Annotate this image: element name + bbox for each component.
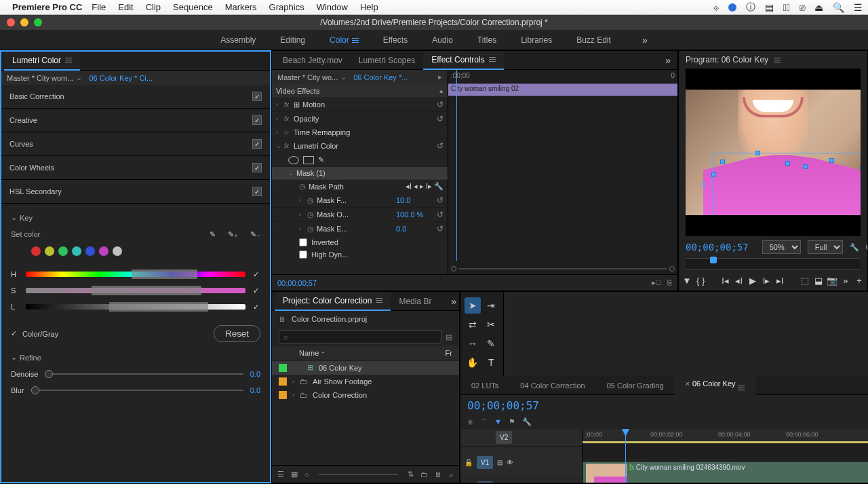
ec-motion[interactable]: ›fx⊞Motion↺ bbox=[272, 98, 448, 112]
ec-inverted-checkbox[interactable]: Inverted bbox=[272, 236, 448, 248]
menu-sequence[interactable]: Sequence bbox=[173, 2, 213, 12]
lum-clip[interactable]: 06 Color Key * Ci... bbox=[89, 74, 153, 82]
new-bin-icon[interactable]: 🗀 bbox=[420, 470, 428, 479]
section-checkbox[interactable]: ✓ bbox=[252, 187, 262, 196]
ec-mask-path[interactable]: ◷Mask Path ◂I ◂ ▸ I▸ 🔧 bbox=[272, 180, 448, 193]
timeline-settings-icon[interactable]: ⚑ bbox=[509, 417, 515, 428]
label-color[interactable] bbox=[279, 377, 287, 386]
reset-icon[interactable]: ↺ bbox=[437, 210, 443, 219]
selection-tool[interactable]: ➤ bbox=[465, 297, 481, 314]
swatch-magenta[interactable] bbox=[99, 246, 108, 256]
program-monitor-view[interactable] bbox=[686, 69, 861, 236]
track-header-v2[interactable]: V2 bbox=[460, 429, 582, 447]
saturation-slider[interactable]: S ✓ bbox=[11, 286, 260, 295]
lock-icon[interactable]: 🔓 bbox=[465, 459, 473, 466]
col-name[interactable]: Name ⌃ bbox=[279, 349, 446, 357]
window-minimize-button[interactable] bbox=[20, 18, 28, 26]
track-header-v1[interactable]: 🔓 V1 ⊟ 👁 bbox=[460, 447, 582, 479]
lift-button[interactable]: ⬚ bbox=[800, 273, 810, 288]
ec-timeline-clip[interactable]: City woman smiling 02 bbox=[448, 83, 677, 96]
swatch-yellow[interactable] bbox=[45, 246, 54, 256]
ec-zoom-in[interactable] bbox=[669, 266, 675, 272]
ec-lumetri-color[interactable]: ⌄fxLumetri Color↺ bbox=[272, 139, 448, 153]
extract-button[interactable]: ⬓ bbox=[813, 273, 824, 288]
add-marker-icon[interactable]: ▼ bbox=[494, 417, 502, 428]
program-scrubber[interactable] bbox=[686, 258, 861, 270]
spotlight-icon[interactable]: 🔍 bbox=[833, 2, 844, 13]
mask-rect-button[interactable] bbox=[303, 156, 314, 164]
dropbox-icon[interactable]: ⟐ bbox=[713, 2, 719, 13]
airplay-icon[interactable]: ⎚ bbox=[800, 2, 805, 13]
timeline-tab-02[interactable]: 02 LUTs bbox=[460, 377, 509, 394]
track-back-icon[interactable]: ◂I bbox=[406, 182, 412, 191]
sort-icon[interactable]: ⇅ bbox=[408, 470, 414, 479]
swatch-red[interactable] bbox=[31, 246, 41, 256]
ripple-edit-tool[interactable]: ⇄ bbox=[465, 316, 481, 333]
project-search-input[interactable] bbox=[279, 330, 441, 343]
ec-timecode[interactable]: 00;00;00;57 bbox=[277, 279, 317, 287]
timeline-content[interactable]: ;00;00 00;00;02;00 00;00;04;00 00;00;06;… bbox=[583, 429, 868, 483]
slip-tool[interactable]: ↔ bbox=[465, 335, 481, 352]
program-timecode-left[interactable]: 00;00;00;57 bbox=[686, 242, 749, 253]
ec-time-remapping[interactable]: ›fxTime Remapping bbox=[272, 126, 448, 139]
play-button[interactable]: ▶ bbox=[747, 273, 758, 288]
lum-curves[interactable]: Curves✓ bbox=[1, 132, 270, 156]
lum-basic-correction[interactable]: Basic Correction✓ bbox=[1, 85, 270, 109]
tab-effect-controls[interactable]: Effect Controls bbox=[423, 51, 503, 70]
type-tool[interactable]: T bbox=[484, 354, 500, 371]
menu-graphics[interactable]: Graphics bbox=[269, 2, 304, 12]
ec-mask-1[interactable]: ⌄Mask (1) bbox=[272, 167, 448, 180]
track-wrench-icon[interactable]: 🔧 bbox=[434, 182, 443, 191]
project-item-sequence[interactable]: ⊞ 06 Color Key bbox=[272, 360, 459, 375]
swatch-green[interactable] bbox=[58, 246, 68, 256]
tab-lumetri-scopes[interactable]: Lumetri Scopes bbox=[351, 52, 423, 69]
hand-tool[interactable]: ✋ bbox=[465, 354, 481, 371]
ec-toggle-icon[interactable]: ▸□ bbox=[652, 278, 660, 287]
section-checkbox[interactable]: ✓ bbox=[252, 139, 262, 149]
workspace-titles[interactable]: Titles bbox=[477, 35, 496, 45]
swatch-white[interactable] bbox=[113, 246, 122, 256]
lum-enable-check[interactable]: ✓ bbox=[251, 302, 260, 312]
ec-high-dyn-checkbox[interactable]: High Dyn... bbox=[272, 248, 448, 261]
freeform-view-icon[interactable]: ○ bbox=[304, 470, 309, 479]
denoise-slider[interactable]: Denoise 0.0 bbox=[11, 366, 260, 382]
refine-header[interactable]: ⌄Refine bbox=[11, 353, 260, 362]
label-color[interactable] bbox=[279, 391, 287, 399]
tab-beach-jetty[interactable]: Beach Jetty.mov bbox=[275, 52, 351, 69]
reset-icon[interactable]: ↺ bbox=[437, 100, 443, 109]
eject-icon[interactable]: ⏏ bbox=[814, 2, 823, 13]
workspace-editing[interactable]: Editing bbox=[280, 35, 305, 45]
track-header-a1[interactable]: 🔓 A1 ⊟ M S 🎤 bbox=[460, 479, 582, 483]
panel-menu-icon[interactable] bbox=[489, 57, 496, 62]
program-scrubber-playhead[interactable] bbox=[710, 257, 717, 263]
menu-clip[interactable]: Clip bbox=[146, 2, 161, 12]
timeline-tab-06[interactable]: ×06 Color Key bbox=[675, 375, 755, 396]
status-dot-icon[interactable] bbox=[728, 3, 736, 12]
menu-help[interactable]: Help bbox=[360, 2, 378, 12]
pen-tool[interactable]: ✎ bbox=[484, 335, 500, 352]
luminance-slider[interactable]: L ✓ bbox=[11, 302, 260, 312]
hue-enable-check[interactable]: ✓ bbox=[251, 269, 260, 279]
project-item-bin[interactable]: › 🗀 Color Correction bbox=[272, 388, 459, 402]
go-to-out-button[interactable]: ▸I bbox=[774, 273, 785, 288]
tab-project[interactable]: Project: Color Correction bbox=[275, 292, 391, 311]
ec-mask-feather[interactable]: ›◷Mask F...10.0↺ bbox=[272, 193, 448, 208]
program-resolution-select[interactable]: Full bbox=[808, 240, 843, 254]
workspace-overflow-button[interactable]: » bbox=[642, 35, 648, 45]
twirl-icon[interactable]: › bbox=[292, 392, 294, 398]
swatch-blue[interactable] bbox=[85, 246, 95, 256]
export-frame-button[interactable]: 📷 bbox=[827, 273, 837, 288]
mask-ellipse-button[interactable] bbox=[288, 156, 299, 164]
source-overflow-button[interactable]: » bbox=[665, 55, 671, 66]
info-icon[interactable]: ⓘ bbox=[746, 1, 755, 14]
project-item-bin[interactable]: › 🗀 Air Show Footage bbox=[272, 375, 459, 388]
section-checkbox[interactable]: ✓ bbox=[252, 92, 262, 101]
program-zoom-select[interactable]: 50% bbox=[762, 240, 801, 254]
mark-out-button[interactable]: { } bbox=[695, 273, 706, 288]
track-select-tool[interactable]: ⇥ bbox=[484, 297, 500, 314]
transport-overflow-button[interactable]: » bbox=[840, 273, 851, 288]
ec-clip-label[interactable]: 06 Color Key *... bbox=[353, 73, 408, 81]
eyedropper-add-icon[interactable]: ✎₊ bbox=[228, 230, 238, 239]
hsl-reset-button[interactable]: Reset bbox=[214, 325, 260, 342]
ec-export-icon[interactable]: ⎘ bbox=[667, 278, 672, 287]
